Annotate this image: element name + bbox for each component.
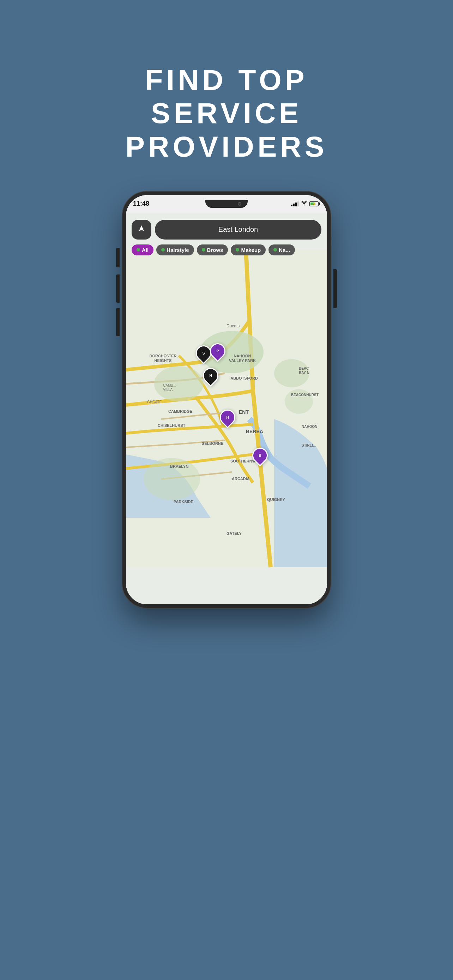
filter-makeup-label: Makeup (241, 247, 261, 253)
hero-line1: FIND TOP (126, 64, 328, 97)
filter-dot-icon (202, 248, 205, 251)
power-button (334, 269, 337, 308)
hero-line2: SERVICE (126, 97, 328, 130)
status-icons: ⚡ (291, 201, 320, 207)
svg-text:VALLEY PARK: VALLEY PARK (229, 358, 256, 363)
svg-text:ABBOTSFORD: ABBOTSFORD (230, 376, 258, 380)
map-pin-2[interactable]: P (210, 343, 226, 359)
filter-all-label: All (142, 247, 149, 253)
svg-text:NAHOON: NAHOON (302, 425, 317, 429)
filter-all[interactable]: All (132, 245, 153, 255)
hero-line3: PROVIDERS (126, 130, 328, 163)
map-svg: Ducats DORCHESTER HEIGHTS NAHOON VALLEY … (126, 213, 327, 604)
filter-nails-label: Na... (279, 247, 290, 253)
map-pin-5[interactable]: B (252, 448, 268, 463)
search-location-text: East London (218, 226, 258, 234)
map-controls: East London (132, 220, 321, 240)
category-filters: All Hairstyle Brows Makeup Na... (132, 245, 327, 255)
search-location-pill[interactable]: East London (155, 220, 321, 240)
map-pin-1[interactable]: S (196, 345, 211, 361)
phone-mockup: 11:48 (122, 192, 331, 608)
svg-text:GATELY: GATELY (227, 531, 242, 536)
filter-nails[interactable]: Na... (269, 245, 295, 255)
volume-down-button (116, 308, 119, 336)
filter-brows-label: Brows (207, 247, 223, 253)
location-button[interactable] (132, 220, 151, 240)
filter-dot-icon (161, 248, 165, 251)
filter-dot-icon (273, 248, 277, 251)
volume-up-button (116, 274, 119, 303)
volume-mute-button (116, 248, 119, 267)
battery-icon: ⚡ (309, 201, 320, 206)
svg-text:STIRLI...: STIRLI... (302, 444, 316, 447)
map-pin-4[interactable]: H (220, 410, 235, 425)
svg-point-2 (154, 366, 203, 401)
filter-hairstyle[interactable]: Hairstyle (156, 245, 194, 255)
status-time: 11:48 (133, 200, 149, 207)
map-pin-3[interactable]: N (203, 368, 218, 383)
svg-text:BRAELYN: BRAELYN (170, 464, 188, 468)
svg-text:HEIGHTS: HEIGHTS (154, 358, 172, 363)
svg-text:VILLA: VILLA (163, 388, 173, 391)
svg-text:DORCHESTER: DORCHESTER (149, 354, 176, 358)
filter-dot-icon (137, 248, 140, 251)
svg-text:SELBORNE: SELBORNE (202, 441, 223, 445)
map-background: Ducats DORCHESTER HEIGHTS NAHOON VALLEY … (126, 213, 327, 604)
svg-text:BAY N: BAY N (299, 371, 309, 375)
svg-text:NAHOON: NAHOON (234, 354, 251, 358)
svg-text:PARKSIDE: PARKSIDE (173, 500, 193, 504)
filter-dot-icon (236, 248, 239, 251)
svg-text:CHISELHURST: CHISELHURST (158, 423, 186, 428)
filter-makeup[interactable]: Makeup (231, 245, 265, 255)
phone-screen: Ducats DORCHESTER HEIGHTS NAHOON VALLEY … (126, 213, 327, 604)
svg-text:BEAC: BEAC (299, 366, 309, 371)
signal-icon (291, 201, 299, 206)
svg-text:BEREA: BEREA (246, 429, 263, 434)
svg-text:CAMBRIDGE: CAMBRIDGE (168, 409, 192, 414)
location-arrow-icon (138, 225, 145, 235)
svg-text:QUIGNEY: QUIGNEY (267, 497, 285, 502)
phone-frame: 11:48 (122, 192, 331, 608)
svg-text:ENT: ENT (239, 409, 249, 415)
svg-text:CAMB...: CAMB... (163, 383, 176, 387)
svg-text:GHGATE: GHGATE (147, 400, 162, 404)
wifi-icon (301, 201, 307, 207)
hero-headline: FIND TOP SERVICE PROVIDERS (126, 64, 328, 163)
svg-text:BEACONHURST: BEACONHURST (291, 393, 319, 397)
filter-hairstyle-label: Hairstyle (167, 247, 189, 253)
status-bar: 11:48 (133, 199, 320, 209)
svg-text:ARCADIA: ARCADIA (232, 477, 250, 481)
filter-brows[interactable]: Brows (197, 245, 228, 255)
svg-text:Ducats: Ducats (227, 323, 240, 328)
